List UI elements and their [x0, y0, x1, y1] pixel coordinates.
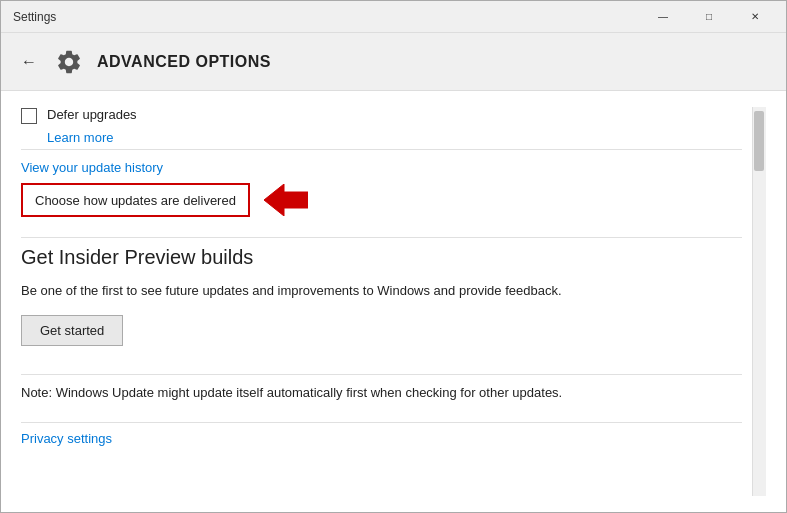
note-text: Note: Windows Update might update itself… [21, 383, 742, 403]
scrollbar[interactable] [752, 107, 766, 496]
main-panel: Defer upgrades Learn more View your upda… [21, 107, 752, 496]
divider-1 [21, 149, 742, 150]
defer-upgrades-checkbox[interactable] [21, 108, 37, 124]
title-bar-controls: — □ ✕ [640, 1, 778, 33]
back-icon: ← [21, 53, 37, 71]
update-history-link[interactable]: View your update history [21, 160, 742, 175]
defer-upgrades-label: Defer upgrades [47, 107, 137, 122]
header: ← ADVANCED OPTIONS [1, 33, 786, 91]
divider-4 [21, 422, 742, 423]
choose-updates-box[interactable]: Choose how updates are delivered [21, 183, 250, 217]
arrow-svg [264, 184, 308, 216]
divider-3 [21, 374, 742, 375]
maximize-button[interactable]: □ [686, 1, 732, 33]
divider-2 [21, 237, 742, 238]
scrollbar-thumb[interactable] [754, 111, 764, 171]
title-bar-left: Settings [13, 10, 56, 24]
learn-more-link[interactable]: Learn more [47, 130, 742, 145]
minimize-button[interactable]: — [640, 1, 686, 33]
svg-marker-0 [264, 184, 308, 216]
window-title: Settings [13, 10, 56, 24]
page-title: ADVANCED OPTIONS [97, 53, 271, 71]
insider-preview-title: Get Insider Preview builds [21, 246, 742, 269]
gear-icon [55, 48, 83, 76]
defer-upgrades-row: Defer upgrades [21, 107, 742, 124]
close-button[interactable]: ✕ [732, 1, 778, 33]
title-bar: Settings — □ ✕ [1, 1, 786, 33]
choose-updates-row: Choose how updates are delivered [21, 183, 742, 217]
get-started-button[interactable]: Get started [21, 315, 123, 346]
content-area: Defer upgrades Learn more View your upda… [1, 91, 786, 512]
privacy-settings-link[interactable]: Privacy settings [21, 431, 742, 446]
insider-preview-description: Be one of the first to see future update… [21, 281, 742, 301]
red-arrow-icon [264, 184, 308, 216]
window: Settings — □ ✕ ← ADVANCED OPTIONS Defer … [0, 0, 787, 513]
choose-updates-text: Choose how updates are delivered [35, 193, 236, 208]
back-button[interactable]: ← [17, 49, 41, 75]
